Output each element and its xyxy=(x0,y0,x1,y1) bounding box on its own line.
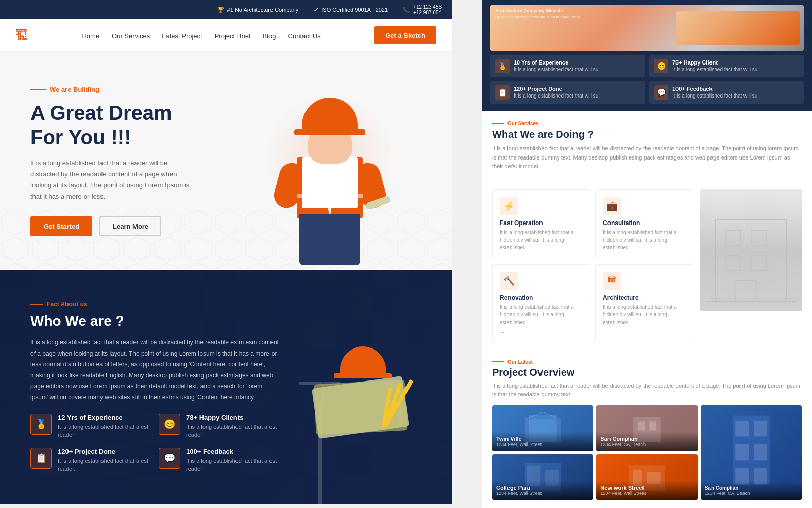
about-section: Fact About us Who We are ? It is a long … xyxy=(0,270,452,504)
renovation-icon: 🔨 xyxy=(500,272,518,290)
service-fast-operation: ⚡ Fast Operation It is a long establishe… xyxy=(492,189,590,259)
consultation-icon: 💼 xyxy=(603,197,621,215)
feedback-icon: 💬 xyxy=(159,448,180,469)
nav-blog[interactable]: Blog xyxy=(263,32,276,40)
project-overview-description: It is a long established fact that a rea… xyxy=(492,382,802,399)
logo: 🏗 xyxy=(15,29,28,42)
svg-rect-22 xyxy=(754,421,767,436)
service-architecture: 🏛 Architecture It is a long established … xyxy=(595,264,693,342)
project-card-4[interactable]: New work Street 1234 Feet, Wall Street xyxy=(596,454,697,500)
services-cards: ⚡ Fast Operation It is a long establishe… xyxy=(492,189,693,342)
project-card-2[interactable]: San Complian 1234 Feet, CA, Beach xyxy=(701,405,802,500)
experience-stat-icon: 🏅 xyxy=(495,59,510,73)
stat-card-0: 🏅 10 Yrs of Experience It is a long esta… xyxy=(490,55,645,77)
stats-grid: 🏅 12 Yrs of Experience It is a long esta… xyxy=(30,414,279,473)
services-title: What We are Doing ? xyxy=(492,129,802,140)
svg-rect-18 xyxy=(638,421,645,430)
nav-services[interactable]: Our Services xyxy=(112,32,150,40)
top-bar: 🏆 #1 No Architecture Company ✔ ISO Certi… xyxy=(0,0,452,19)
services-with-image: ⚡ Fast Operation It is a long establishe… xyxy=(482,189,812,351)
stat-projects: 📋 120+ Project Done It is a long establi… xyxy=(30,448,151,473)
hero-section: We are Building A Great Dream For You !!… xyxy=(0,52,452,270)
stat-card-2: 📋 120+ Project Done It is a long establi… xyxy=(490,81,645,104)
projects-grid: Twin Ville 1234 Feet, Wall Street xyxy=(492,405,802,500)
hero-description: It is a long established fact that a rea… xyxy=(30,157,193,202)
svg-rect-5 xyxy=(726,256,741,271)
project-card-1[interactable]: San Complian 1234 Feet, CA, Beach xyxy=(596,405,697,451)
trophy-icon: 🏆 xyxy=(217,7,224,13)
hero-tag-line xyxy=(30,89,46,90)
check-icon: ✔ xyxy=(314,7,318,13)
services-section: Our Services What We are Doing ? It is a… xyxy=(482,111,812,189)
about-tag: Fact About us xyxy=(30,301,279,308)
hero-tag: We are Building xyxy=(30,86,193,93)
project-card-3[interactable]: College Para 1234 Feet, Wall Street xyxy=(492,454,593,500)
svg-rect-17 xyxy=(633,417,661,442)
svg-rect-7 xyxy=(736,281,756,301)
logo-icon: 🏗 xyxy=(15,29,28,42)
nav-project[interactable]: Latest Project xyxy=(162,32,202,40)
about-visual xyxy=(299,301,421,473)
top-bar-badge2: ✔ ISO Certified 9001A · 2021 xyxy=(314,7,388,13)
navbar: 🏗 Home Our Services Latest Project Proje… xyxy=(0,19,452,52)
nav-brief[interactable]: Project Brief xyxy=(215,32,251,40)
projects-icon: 📋 xyxy=(30,448,52,469)
about-title: Who We are ? xyxy=(30,313,279,329)
about-text: Fact About us Who We are ? It is a long … xyxy=(30,301,279,473)
architecture-icon: 🏛 xyxy=(603,272,621,290)
service-consultation: 💼 Consultation It is a long established … xyxy=(595,189,693,259)
hero-title: A Great Dream For You !!! xyxy=(30,101,193,149)
stat-clients: 😊 78+ Happy Clients It is a long establi… xyxy=(159,414,279,439)
top-bar-phone: 📞 +12 123 456 +12 987 654 xyxy=(403,4,442,15)
right-top-section: Architecture Company Website Design serv… xyxy=(482,0,812,111)
clients-icon: 😊 xyxy=(159,414,180,435)
renovation-more-link[interactable]: → xyxy=(500,329,583,335)
right-top-image: Architecture Company Website Design serv… xyxy=(490,5,804,51)
svg-rect-3 xyxy=(726,230,741,245)
services-description: It is a long established fact that a rea… xyxy=(492,144,802,171)
fast-operation-icon: ⚡ xyxy=(500,197,518,215)
about-description: It is a long established fact that a rea… xyxy=(30,337,279,403)
get-started-button[interactable]: Get Started xyxy=(30,216,92,236)
top-bar-badge1: 🏆 #1 No Architecture Company xyxy=(217,7,299,13)
nav-contact[interactable]: Contact Us xyxy=(288,32,321,40)
stat-card-3: 💬 100+ Feedback It is a long established… xyxy=(649,81,804,104)
services-tag: Our Services xyxy=(492,121,802,126)
svg-rect-24 xyxy=(754,444,767,460)
experience-icon: 🏅 xyxy=(30,414,52,435)
learn-more-button[interactable]: Learn More xyxy=(99,216,161,236)
projects-stat-icon: 📋 xyxy=(495,85,510,100)
stat-experience: 🏅 12 Yrs of Experience It is a long esta… xyxy=(30,414,151,439)
project-overview-title: Project Overview xyxy=(492,367,802,378)
right-panel: Architecture Company Website Design serv… xyxy=(482,0,812,508)
project-overview-tag: Our Latest xyxy=(492,359,802,365)
clients-stat-icon: 😊 xyxy=(654,59,668,73)
svg-rect-6 xyxy=(751,256,766,271)
right-stats-row: 🏅 10 Yrs of Experience It is a long esta… xyxy=(490,55,804,104)
get-sketch-button[interactable]: Get a Sketch xyxy=(374,26,436,44)
hero-content: We are Building A Great Dream For You !!… xyxy=(0,55,223,267)
project-overview-section: Our Latest Project Overview It is a long… xyxy=(482,351,812,508)
stat-feedback: 💬 100+ Feedback It is a long established… xyxy=(159,448,279,473)
nav-home[interactable]: Home xyxy=(82,32,99,40)
service-renovation: 🔨 Renovation It is a long established fa… xyxy=(492,264,590,342)
hero-buttons: Get Started Learn More xyxy=(30,216,193,236)
about-content: Fact About us Who We are ? It is a long … xyxy=(30,301,421,473)
nav-links: Home Our Services Latest Project Project… xyxy=(82,31,320,40)
stat-card-1: 😊 75+ Happy Client It is a long establis… xyxy=(649,55,804,77)
phone-icon: 📞 xyxy=(403,7,410,13)
svg-rect-23 xyxy=(735,444,749,460)
building-sketch-image xyxy=(700,189,802,311)
svg-rect-19 xyxy=(649,421,656,430)
svg-rect-21 xyxy=(735,421,749,436)
svg-rect-4 xyxy=(751,230,766,245)
feedback-stat-icon: 💬 xyxy=(654,85,668,100)
project-card-0[interactable]: Twin Ville 1234 Feet, Wall Street xyxy=(492,405,593,451)
